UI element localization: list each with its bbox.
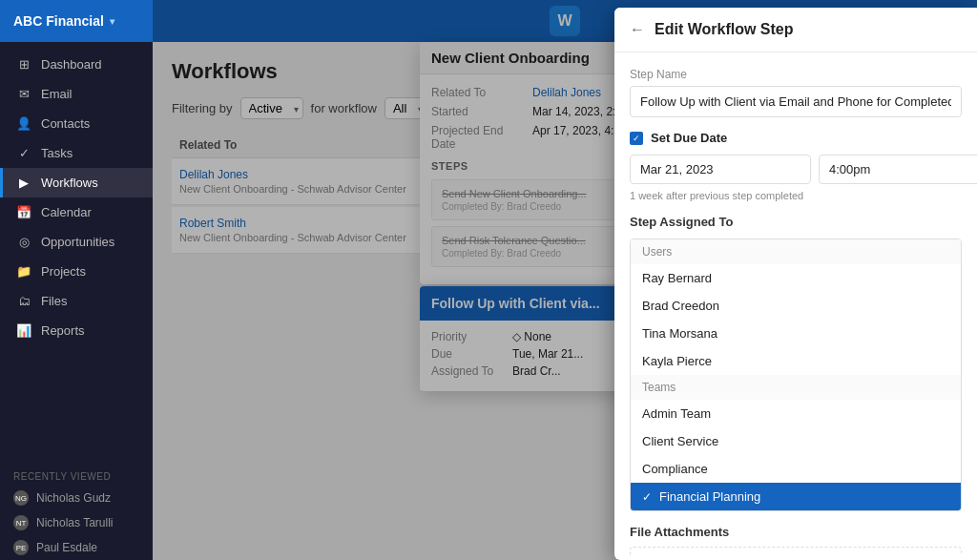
dashboard-icon: ⊞: [16, 57, 31, 72]
set-due-date-label: Set Due Date: [651, 131, 727, 145]
recent-item-2[interactable]: PE Paul Esdale: [0, 535, 153, 560]
sidebar-item-reports[interactable]: 📊 Reports: [0, 316, 153, 345]
file-attachments-label: File Attachments: [630, 525, 962, 539]
sidebar-nav: ⊞ Dashboard ✉ Email 👤 Contacts ✓ Tasks ▶…: [0, 42, 153, 462]
team-financial-planning[interactable]: ✓ Financial Planning: [631, 483, 961, 510]
team-compliance[interactable]: Compliance: [631, 455, 961, 483]
sidebar-item-label: Projects: [41, 264, 86, 279]
file-attach-area[interactable]: [630, 547, 962, 555]
avatar: NG: [13, 490, 29, 506]
avatar: NT: [13, 515, 29, 530]
teams-section-header: Teams: [631, 375, 961, 400]
chevron-down-icon: ▾: [110, 16, 114, 27]
user-brad-creedon[interactable]: Brad Creedon: [631, 292, 961, 320]
recent-item-name: Nicholas Tarulli: [36, 516, 113, 529]
sidebar-item-workflows[interactable]: ▶ Workflows: [0, 168, 153, 197]
sidebar-item-files[interactable]: 🗂 Files: [0, 286, 153, 316]
calendar-icon: 📅: [16, 205, 31, 219]
team-client-service[interactable]: Client Service: [631, 427, 961, 455]
users-section-header: Users: [631, 239, 961, 264]
main-content: W Workflows Filtering by Active for work…: [153, 0, 977, 560]
contacts-icon: 👤: [16, 116, 31, 131]
user-kayla-pierce[interactable]: Kayla Pierce: [631, 347, 961, 375]
time-input[interactable]: [819, 155, 977, 184]
opportunities-icon: ◎: [16, 235, 31, 249]
date-hint: 1 week after previous step completed: [630, 190, 962, 201]
user-ray-bernard[interactable]: Ray Bernard: [631, 264, 961, 292]
date-row: [630, 155, 962, 184]
overlay-container: New Client Onboarding ✕ Related To Delil…: [153, 0, 977, 560]
workflows-icon: ▶: [16, 176, 31, 190]
recent-item-0[interactable]: NG Nicholas Gudz: [0, 486, 153, 510]
date-input[interactable]: [630, 155, 811, 184]
sidebar-item-tasks[interactable]: ✓ Tasks: [0, 138, 153, 168]
sidebar-item-label: Tasks: [41, 146, 73, 160]
sidebar-item-opportunities[interactable]: ◎ Opportunities: [0, 227, 153, 257]
recently-viewed-label: RECENTLY VIEWED: [0, 462, 153, 486]
step-name-input[interactable]: [630, 86, 962, 117]
sidebar-item-label: Calendar: [41, 205, 92, 219]
recent-item-name: Nicholas Gudz: [36, 491, 111, 505]
avatar: PE: [13, 540, 29, 555]
assigned-dropdown: Users Ray Bernard Brad Creedon Tina Mors…: [630, 239, 962, 511]
sidebar-item-label: Dashboard: [41, 57, 102, 72]
user-tina-morsana[interactable]: Tina Morsana: [631, 320, 961, 347]
dialog-title: Edit Workflow Step: [655, 21, 793, 38]
sidebar-item-email[interactable]: ✉ Email: [0, 79, 153, 109]
recent-item-1[interactable]: NT Nicholas Tarulli: [0, 510, 153, 535]
sidebar-item-label: Email: [41, 87, 73, 101]
team-admin[interactable]: Admin Team: [631, 400, 961, 427]
recent-item-name: Paul Esdale: [36, 541, 97, 554]
edit-workflow-dialog: ← Edit Workflow Step Step Name ✓ Set Due…: [614, 8, 977, 560]
sidebar: ABC Financial ▾ ⊞ Dashboard ✉ Email 👤 Co…: [0, 0, 153, 560]
sidebar-header[interactable]: ABC Financial ▾: [0, 0, 153, 42]
sidebar-item-label: Contacts: [41, 116, 90, 131]
files-icon: 🗂: [16, 294, 31, 308]
projects-icon: 📁: [16, 264, 31, 279]
tasks-icon: ✓: [16, 146, 31, 160]
set-due-date-checkbox[interactable]: ✓: [630, 132, 643, 145]
sidebar-item-contacts[interactable]: 👤 Contacts: [0, 109, 153, 138]
check-icon: ✓: [642, 490, 652, 504]
step-assigned-label: Step Assigned To: [630, 215, 962, 229]
sidebar-item-label: Reports: [41, 323, 85, 338]
org-name: ABC Financial: [13, 13, 104, 29]
set-due-date-row: ✓ Set Due Date: [630, 131, 962, 145]
dialog-body: Step Name ✓ Set Due Date 1 week after pr…: [614, 52, 977, 555]
dialog-header: ← Edit Workflow Step: [614, 8, 977, 52]
step-name-label: Step Name: [630, 68, 962, 81]
sidebar-item-projects[interactable]: 📁 Projects: [0, 257, 153, 286]
sidebar-item-label: Files: [41, 294, 67, 308]
back-button[interactable]: ←: [630, 21, 645, 38]
sidebar-item-label: Opportunities: [41, 235, 114, 249]
reports-icon: 📊: [16, 323, 31, 338]
sidebar-item-label: Workflows: [41, 176, 98, 190]
sidebar-item-calendar[interactable]: 📅 Calendar: [0, 197, 153, 227]
email-icon: ✉: [16, 87, 31, 101]
sidebar-item-dashboard[interactable]: ⊞ Dashboard: [0, 50, 153, 79]
